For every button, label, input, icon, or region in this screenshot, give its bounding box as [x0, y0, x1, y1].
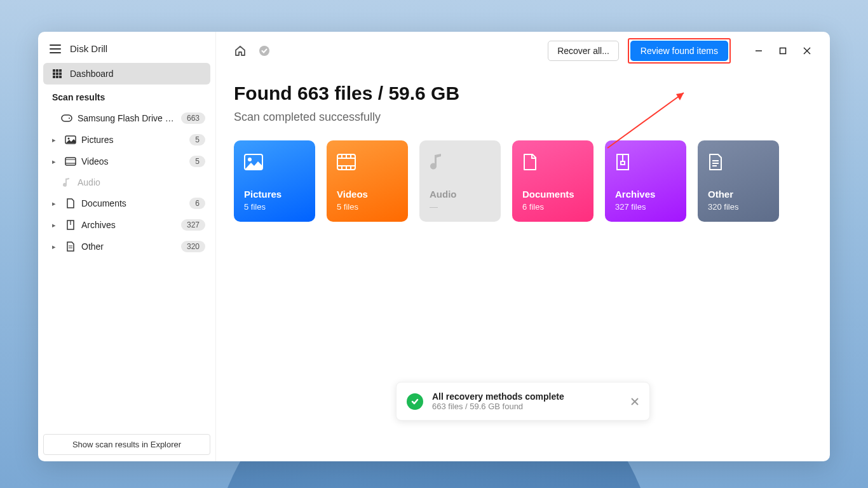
sidebar-item-dashboard[interactable]: Dashboard [43, 63, 210, 85]
app-title: Disk Drill [70, 43, 107, 54]
sidebar: Disk Drill Dashboard Scan results Samsun… [38, 32, 216, 461]
recover-all-button[interactable]: Recover all... [548, 41, 619, 61]
card-documents[interactable]: Documents 6 files [512, 140, 593, 222]
svg-rect-6 [53, 76, 55, 78]
chevron-right-icon: ▸ [52, 200, 60, 208]
count-badge: 327 [181, 219, 205, 231]
minimize-icon[interactable] [754, 46, 764, 56]
topbar: Recover all... Review found items [234, 38, 812, 64]
count-badge: 5 [189, 156, 205, 167]
svg-rect-36 [621, 161, 625, 165]
card-subtitle: 5 files [244, 202, 305, 212]
card-title: Archives [615, 189, 676, 200]
chevron-right-icon: ▸ [52, 158, 60, 166]
sidebar-item-label: Audio [78, 177, 205, 187]
pictures-icon [244, 151, 305, 173]
drive-label: Samsung Flash Drive US... [78, 113, 176, 123]
category-cards: Pictures 5 files Videos 5 files [234, 140, 812, 222]
sidebar-item-videos[interactable]: ▸ Videos 5 [43, 151, 210, 172]
card-title: Audio [430, 189, 491, 200]
review-found-items-button[interactable]: Review found items [630, 41, 728, 61]
svg-rect-3 [53, 72, 55, 75]
svg-rect-7 [56, 76, 58, 78]
app-window: Disk Drill Dashboard Scan results Samsun… [38, 32, 830, 461]
archives-icon [615, 151, 676, 173]
card-title: Documents [522, 189, 583, 200]
audio-icon [430, 151, 491, 173]
chevron-right-icon: ▸ [52, 136, 60, 144]
page-title: Found 663 files / 59.6 GB [234, 83, 812, 104]
sidebar-section-scan-results: Scan results [43, 85, 210, 107]
dashboard-icon [52, 69, 62, 79]
svg-rect-1 [56, 69, 58, 72]
card-subtitle: 5 files [337, 202, 398, 212]
sidebar-item-label: Documents [81, 198, 184, 208]
card-pictures[interactable]: Pictures 5 files [234, 140, 315, 222]
card-title: Other [708, 189, 769, 200]
sidebar-drive[interactable]: Samsung Flash Drive US... 663 [43, 107, 210, 129]
completion-toast: All recovery methods complete 663 files … [396, 382, 650, 421]
toast-title: All recovery methods complete [432, 391, 621, 402]
svg-point-12 [68, 138, 70, 140]
card-archives[interactable]: Archives 327 files [605, 140, 686, 222]
sidebar-item-documents[interactable]: ▸ Documents 6 [43, 193, 210, 214]
close-icon[interactable] [630, 397, 639, 406]
count-badge: 6 [189, 198, 205, 209]
svg-point-25 [248, 158, 252, 161]
chevron-right-icon: ▸ [52, 221, 60, 229]
svg-rect-2 [59, 69, 62, 72]
pictures-icon [65, 135, 76, 144]
card-audio: Audio — [419, 140, 501, 222]
other-icon [65, 241, 76, 252]
archives-icon [65, 220, 76, 230]
maximize-icon[interactable] [778, 46, 788, 56]
card-subtitle: 6 files [522, 202, 583, 212]
audio-icon [61, 177, 72, 187]
page-subtitle: Scan completed successfully [234, 111, 812, 124]
card-subtitle: — [430, 202, 491, 212]
videos-icon [65, 157, 76, 166]
card-videos[interactable]: Videos 5 files [327, 140, 408, 222]
sidebar-item-audio[interactable]: Audio [43, 172, 210, 193]
card-other[interactable]: Other 320 files [698, 140, 779, 222]
svg-rect-9 [62, 115, 72, 121]
toast-subtitle: 663 files / 59.6 GB found [432, 402, 621, 411]
show-in-explorer-button[interactable]: Show scan results in Explorer [43, 434, 210, 455]
annotation-highlight: Review found items [628, 38, 731, 64]
sidebar-item-archives[interactable]: ▸ Archives 327 [43, 214, 210, 236]
count-badge: 5 [189, 134, 205, 146]
close-icon[interactable] [802, 46, 812, 56]
check-icon [407, 393, 423, 410]
card-title: Videos [337, 189, 398, 200]
sidebar-item-label: Videos [81, 156, 184, 166]
card-title: Pictures [244, 189, 305, 200]
sidebar-item-label: Pictures [81, 135, 184, 145]
svg-point-10 [69, 118, 70, 119]
sidebar-item-label: Archives [81, 220, 176, 230]
svg-rect-5 [59, 72, 62, 75]
chevron-right-icon: ▸ [52, 243, 60, 251]
documents-icon [522, 151, 583, 173]
count-badge: 320 [181, 241, 205, 252]
svg-rect-8 [59, 76, 62, 78]
documents-icon [65, 198, 76, 208]
sidebar-item-other[interactable]: ▸ Other 320 [43, 236, 210, 257]
svg-rect-21 [780, 48, 786, 54]
svg-rect-4 [56, 72, 58, 75]
sidebar-item-pictures[interactable]: ▸ Pictures 5 [43, 129, 210, 151]
other-icon [708, 151, 769, 173]
sidebar-item-label: Other [81, 241, 176, 252]
sidebar-item-label: Dashboard [70, 69, 114, 79]
menu-icon[interactable] [50, 44, 61, 53]
card-subtitle: 327 files [615, 202, 676, 212]
card-subtitle: 320 files [708, 202, 769, 212]
drive-icon [61, 114, 72, 122]
main-content: Recover all... Review found items Found … [216, 32, 830, 461]
drive-count: 663 [181, 112, 205, 124]
home-icon[interactable] [234, 44, 247, 57]
svg-rect-0 [53, 69, 55, 72]
shield-check-icon[interactable] [258, 44, 271, 57]
svg-rect-13 [65, 158, 76, 165]
videos-icon [337, 151, 398, 173]
